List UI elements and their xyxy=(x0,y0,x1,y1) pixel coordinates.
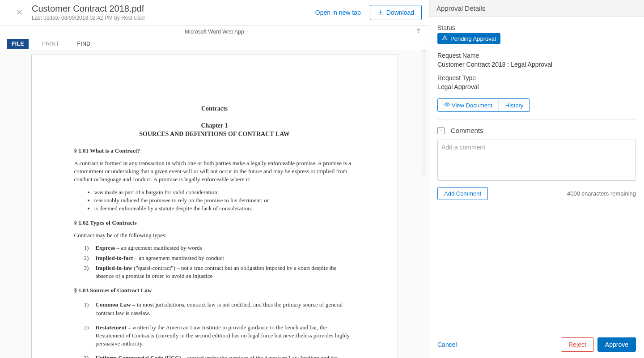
svg-point-0 xyxy=(446,104,448,105)
approval-footer: Cancel Reject Approve xyxy=(429,331,644,358)
section-102: § 1.02 Types of Contracts xyxy=(74,219,355,227)
warning-icon xyxy=(442,35,448,42)
download-icon xyxy=(377,9,384,16)
request-name-label: Request Name xyxy=(437,52,636,59)
document-title: Customer Contract 2018.pdf xyxy=(32,4,315,14)
comments-label: Comments xyxy=(451,127,483,134)
para-102: Contract may be of the following types: xyxy=(74,231,355,239)
types-list: 1)Express – an agreement manifested by w… xyxy=(74,244,355,280)
status-label: Status xyxy=(437,24,636,31)
view-document-button[interactable]: View Document xyxy=(438,99,499,111)
history-button[interactable]: History xyxy=(499,99,530,111)
add-comment-button[interactable]: Add Comment xyxy=(437,187,488,200)
request-type-value: Legal Approval xyxy=(437,83,636,90)
word-tabs: FILE PRINT FIND xyxy=(0,38,429,50)
view-history-group: View Document History xyxy=(437,98,530,112)
bullets-101: was made as part of a bargain for valid … xyxy=(74,188,355,213)
approval-panel: Approval Details Status Pending Approval… xyxy=(429,0,644,358)
status-badge: Pending Approval xyxy=(437,33,500,44)
word-app-title: Microsoft Word Web App xyxy=(185,29,244,35)
document-header: ✕ Customer Contract 2018.pdf Last update… xyxy=(0,0,429,26)
doc-heading-chapter: Chapter 1 xyxy=(74,121,355,130)
sources-list: 1)Common Law – in most jurisdictions, co… xyxy=(74,301,355,358)
chars-remaining: 4000 characters remaining xyxy=(567,190,636,197)
request-name-value: Customer Contract 2018 : Legal Approval xyxy=(437,61,636,68)
tab-find[interactable]: FIND xyxy=(73,39,95,49)
tab-print[interactable]: PRINT xyxy=(38,39,64,49)
doc-heading-sources: SOURCES AND DEFINITIONS OF CONTRACT LAW xyxy=(74,130,355,139)
help-icon[interactable]: ? xyxy=(417,28,420,34)
download-button[interactable]: Download xyxy=(370,5,422,20)
cancel-link[interactable]: Cancel xyxy=(437,341,457,348)
section-101: § 1.01 What is a Contract? xyxy=(74,147,355,155)
reject-button[interactable]: Reject xyxy=(561,337,594,352)
document-viewport[interactable]: Contracts Chapter 1 SOURCES AND DEFINITI… xyxy=(0,50,429,358)
approve-button[interactable]: Approve xyxy=(597,337,636,352)
document-subtitle: Last update 08/09/2018 02:42 PM by Rest … xyxy=(32,15,315,21)
document-page: Contracts Chapter 1 SOURCES AND DEFINITI… xyxy=(31,55,398,358)
word-app-bar: Microsoft Word Web App ? xyxy=(0,26,429,38)
close-icon[interactable]: ✕ xyxy=(16,8,23,17)
doc-heading-contracts: Contracts xyxy=(74,104,355,113)
collapse-icon[interactable]: − xyxy=(437,127,445,134)
comment-input[interactable] xyxy=(437,140,636,181)
approval-panel-title: Approval Details xyxy=(429,0,644,17)
comments-header: − Comments xyxy=(437,127,636,134)
scrollbar[interactable] xyxy=(422,50,426,175)
para-101: A contract is formed in any transaction … xyxy=(74,159,355,184)
tab-file[interactable]: FILE xyxy=(7,39,29,49)
open-new-tab-link[interactable]: Open in new tab xyxy=(315,9,361,16)
section-103: § 1.03 Sources of Contract Law xyxy=(74,286,355,294)
request-type-label: Request Type xyxy=(437,74,636,81)
eye-icon xyxy=(444,102,450,109)
